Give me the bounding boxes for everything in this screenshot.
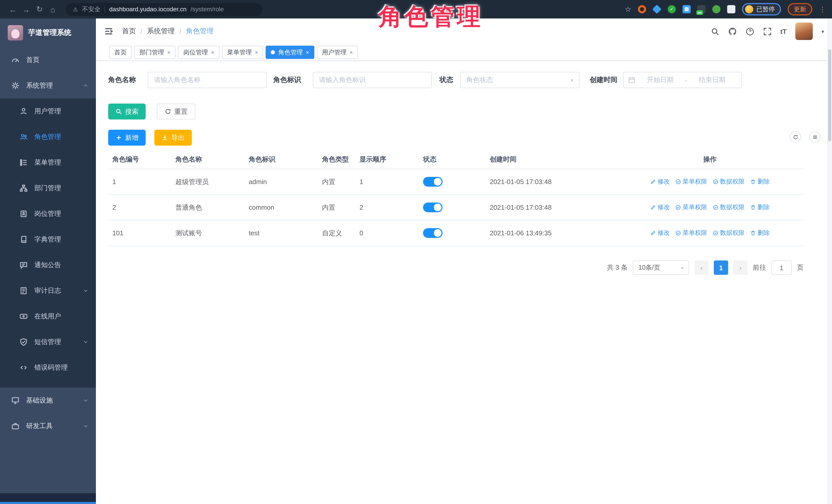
browser-back-icon[interactable]: ← [6, 5, 20, 14]
cell-role-type: 自定义 [318, 220, 355, 246]
navbar-actions: tT ▾ [710, 23, 824, 40]
tab-close-icon[interactable]: × [350, 49, 353, 55]
table-refresh-button[interactable] [790, 131, 801, 142]
trash-icon [750, 179, 756, 185]
status-select[interactable]: 角色状态 ▾ [460, 72, 579, 88]
sidebar-item-role-mgmt[interactable]: 角色管理 [0, 124, 96, 150]
export-button[interactable]: 导出 [154, 130, 192, 145]
extensions-puzzle-icon[interactable] [727, 5, 735, 13]
cell-role-key: common [244, 194, 318, 220]
sidebar-item-online-users[interactable]: 在线用户 [0, 303, 96, 329]
delete-link[interactable]: 删除 [750, 178, 770, 186]
current-page-button[interactable]: 1 [714, 261, 728, 275]
browser-home-icon[interactable]: ⌂ [46, 5, 59, 14]
role-key-input[interactable]: 请输入角色标识 [313, 72, 432, 88]
page-size-select[interactable]: 10条/页 ▾ [633, 261, 689, 275]
sidebar-item-home[interactable]: 首页 [0, 47, 96, 73]
role-name-input[interactable]: 请输入角色名称 [148, 72, 267, 88]
online-users-icon [20, 312, 28, 320]
cell-role-key: test [244, 220, 318, 246]
browser-forward-icon[interactable]: → [20, 5, 33, 14]
tab-user[interactable]: 用户管理× [317, 46, 358, 59]
delete-link[interactable]: 删除 [750, 203, 770, 212]
sidebar-item-dev-tools[interactable]: 研发工具 [0, 413, 96, 439]
cell-role-name: 普通角色 [171, 194, 244, 220]
table-columns-button[interactable] [809, 131, 821, 142]
extension-icon[interactable]: ✓ [668, 5, 676, 13]
sidebar-item-sms-mgmt[interactable]: 短信管理 [0, 329, 96, 355]
sidebar-item-audit-log[interactable]: 审计日志 [0, 278, 96, 303]
data-permission-link[interactable]: 数据权限 [713, 178, 745, 186]
date-range-picker[interactable]: 开始日期 - 结束日期 [623, 72, 742, 88]
extension-icon[interactable] [638, 5, 646, 13]
data-permission-link[interactable]: 数据权限 [713, 229, 745, 237]
goto-page-input[interactable]: 1 [771, 261, 792, 275]
extension-icon[interactable] [652, 5, 661, 14]
sidebar-item-label: 用户管理 [34, 107, 61, 116]
hamburger-icon[interactable] [104, 27, 113, 36]
extension-icon[interactable] [712, 5, 721, 13]
search-button[interactable]: 搜索 [108, 104, 146, 120]
sidebar-item-dept-mgmt[interactable]: 部门管理 [0, 175, 96, 201]
help-icon[interactable] [745, 27, 754, 36]
user-avatar[interactable] [795, 23, 813, 40]
status-toggle[interactable] [423, 203, 443, 212]
menu-permission-link[interactable]: 菜单权限 [675, 229, 707, 237]
address-bar[interactable]: ⚠ 不安全 dashboard.yudao.iocoder.cn/system/… [66, 3, 263, 16]
extension-icon[interactable] [682, 5, 691, 13]
profile-paused-chip[interactable]: 已暂停 [742, 3, 781, 16]
reset-button[interactable]: 重置 [157, 104, 196, 120]
scrollbar[interactable] [827, 19, 832, 504]
sidebar-item-user-mgmt[interactable]: 用户管理 [0, 99, 96, 124]
tab-role[interactable]: 角色管理× [266, 46, 314, 59]
data-permission-link[interactable]: 数据权限 [713, 203, 745, 212]
sidebar-item-notice[interactable]: 通知公告 [0, 252, 96, 278]
role-key-label: 角色标识 [273, 72, 301, 88]
delete-link[interactable]: 删除 [750, 229, 770, 237]
col-header: 角色编号 [108, 150, 171, 169]
prev-page-button[interactable]: ‹ [694, 261, 709, 275]
bookmark-star-icon[interactable]: ☆ [625, 5, 631, 13]
top-navbar: 首页 / 系统管理 / 角色管理 tT ▾ [96, 19, 832, 44]
app-logo-row[interactable]: 芋道管理系统 [0, 19, 96, 47]
menu-permission-link[interactable]: 菜单权限 [675, 178, 707, 186]
status-toggle[interactable] [423, 177, 443, 187]
font-size-icon[interactable]: tT [780, 27, 787, 35]
fullscreen-icon[interactable] [763, 27, 772, 36]
sidebar-item-menu-mgmt[interactable]: 菜单管理 [0, 150, 96, 175]
tab-dept[interactable]: 部门管理× [134, 46, 176, 59]
edit-link[interactable]: 修改 [650, 178, 670, 186]
browser-menu-icon[interactable]: ⋮ [819, 5, 826, 13]
sidebar-item-post-mgmt[interactable]: 岗位管理 [0, 201, 96, 227]
sidebar-item-dict-mgmt[interactable]: 字典管理 [0, 227, 96, 252]
add-button[interactable]: 新增 [108, 130, 146, 145]
tab-close-icon[interactable]: × [211, 49, 214, 55]
edit-link[interactable]: 修改 [650, 229, 670, 237]
col-header: 角色标识 [244, 150, 318, 169]
breadcrumb-item[interactable]: 系统管理 [147, 27, 175, 36]
sidebar-item-error-code[interactable]: 错误码管理 [0, 355, 96, 380]
tab-post[interactable]: 岗位管理× [178, 46, 219, 59]
next-page-button[interactable]: › [733, 261, 748, 275]
sidebar-item-system[interactable]: 系统管理 [0, 73, 96, 99]
tab-close-icon[interactable]: × [167, 49, 171, 55]
sidebar-item-infrastructure[interactable]: 基础设施 [0, 388, 96, 413]
status-toggle[interactable] [423, 228, 443, 238]
tab-close-icon[interactable]: × [255, 49, 258, 55]
edit-link[interactable]: 修改 [650, 203, 670, 212]
scrollbar-thumb[interactable] [828, 49, 831, 141]
tab-menu[interactable]: 菜单管理× [222, 46, 263, 59]
breadcrumb-item[interactable]: 首页 [122, 27, 136, 36]
chrome-update-button[interactable]: 更新 [788, 3, 812, 16]
url-path: /system/role [190, 6, 224, 13]
badge-icon [20, 210, 28, 218]
extension-icon[interactable]: on [697, 5, 706, 13]
avatar-caret-icon[interactable]: ▾ [822, 28, 824, 34]
reset-button-label: 重置 [174, 107, 188, 116]
tab-close-icon[interactable]: × [306, 49, 309, 55]
search-icon[interactable] [710, 27, 719, 36]
browser-reload-icon[interactable]: ↻ [33, 5, 46, 14]
menu-permission-link[interactable]: 菜单权限 [675, 203, 707, 212]
github-icon[interactable] [728, 27, 737, 36]
tab-home[interactable]: 首页 [109, 46, 132, 59]
